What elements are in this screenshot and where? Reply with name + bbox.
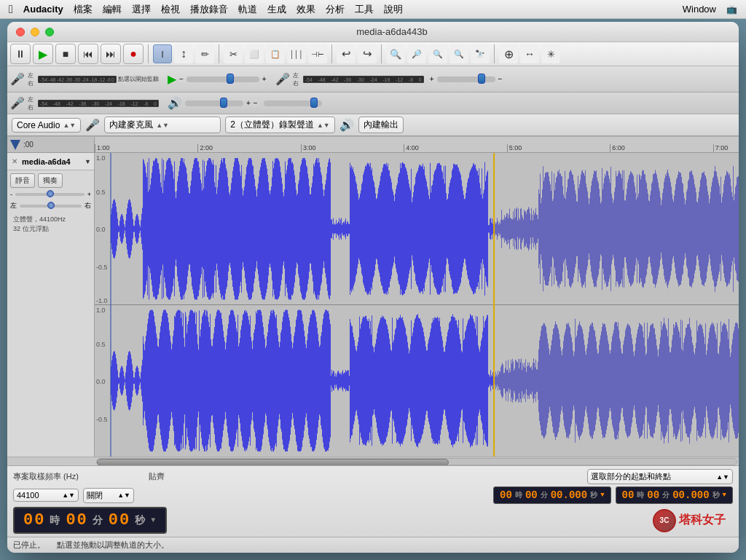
menu-playrecord[interactable]: 播放錄音 — [190, 3, 228, 16]
silence-tool[interactable]: │││ — [287, 44, 306, 63]
minimize-button[interactable] — [31, 28, 39, 36]
end-hh: 00 — [622, 489, 635, 501]
input-device-value: 內建麥克風 — [109, 119, 153, 131]
time-zero: :00 — [23, 141, 34, 149]
spkr-icon: 🔊 — [168, 96, 182, 110]
track-dropdown-button[interactable]: ▼ — [85, 158, 91, 165]
input-channels-value: 2（立體聲）錄製聲道 — [230, 119, 314, 131]
stop-button[interactable]: ■ — [55, 44, 76, 64]
selection-tool[interactable]: I — [153, 44, 172, 63]
mic-icon-2: 🎤 — [10, 96, 25, 110]
draw-tool[interactable]: ✏ — [195, 44, 214, 63]
spkr-volume-plus: + — [246, 99, 251, 107]
click-monitor-text[interactable]: 點選以開始監聽 — [118, 75, 159, 83]
app-name[interactable]: Audacity — [23, 4, 63, 15]
track-close-button[interactable]: ✕ — [10, 157, 19, 166]
end-dropdown[interactable]: ▼ — [723, 492, 726, 499]
menu-help[interactable]: 說明 — [384, 3, 403, 16]
sample-rate-value: 44100 — [17, 491, 39, 500]
record-volume-slider[interactable] — [478, 74, 485, 84]
track-pan-slider[interactable] — [20, 205, 82, 208]
input-device-select[interactable]: 內建麥克風 ▲▼ — [104, 117, 221, 133]
redo-button[interactable]: ↪ — [358, 44, 377, 63]
start-ss: 00.000 — [551, 489, 587, 501]
track-volume-slider[interactable] — [15, 193, 85, 196]
snap-value: 關閉 — [87, 490, 103, 501]
meter-lr-label-1: 左右 — [28, 71, 36, 87]
spkr-volume-minus: − — [254, 99, 258, 107]
menu-window[interactable]: Window — [683, 4, 716, 15]
snap-label: 貼齊 — [149, 471, 165, 482]
multitool[interactable]: ✳ — [541, 44, 560, 63]
paste-tool[interactable]: 📋 — [266, 44, 285, 63]
ruler-mark-2: 3:00 — [301, 144, 316, 152]
apple-menu[interactable]:  — [9, 3, 13, 16]
volume-minus-track: - — [10, 191, 12, 198]
horizontal-scrollbar[interactable] — [7, 457, 739, 465]
close-button[interactable] — [16, 28, 25, 36]
maximize-button[interactable] — [45, 28, 54, 36]
input-device-chevron: ▲▼ — [156, 122, 169, 129]
playhead-triangle[interactable] — [10, 140, 20, 150]
waveform-canvas[interactable] — [95, 153, 739, 457]
menu-analyze[interactable]: 分析 — [326, 3, 345, 16]
copy-tool[interactable]: ⬜ — [245, 44, 264, 63]
big-mm: 00 — [66, 511, 87, 529]
playback-volume-slider[interactable] — [227, 74, 234, 84]
trim-tool[interactable]: ⊣⊢ — [308, 44, 327, 63]
zoom-in-button[interactable]: 🔍 — [386, 44, 405, 63]
mute-button[interactable]: 靜音 — [10, 173, 35, 188]
zoom-out-button[interactable]: 🔎 — [407, 44, 426, 63]
track-name: media-a6da4 — [22, 157, 82, 166]
track-info: 立體聲，44100Hz32 位元浮點 — [10, 213, 91, 234]
menu-generate[interactable]: 生成 — [267, 3, 286, 16]
output-device-select[interactable]: 內建輸出 — [358, 117, 404, 133]
menu-tools[interactable]: 工具 — [355, 3, 374, 16]
output-slider-2[interactable] — [310, 98, 318, 108]
fit-selection-button[interactable]: 🔍 — [449, 44, 468, 63]
play-button[interactable]: ▶ — [33, 44, 53, 64]
pan-right-label: 右 — [85, 201, 91, 210]
record-button[interactable]: ● — [123, 44, 144, 64]
cut-tool[interactable]: ✂ — [224, 44, 243, 63]
end-ss: 00.000 — [672, 489, 709, 501]
snap-select[interactable]: 關閉 ▲▼ — [83, 488, 134, 503]
input-channels-select[interactable]: 2（立體聲）錄製聲道 ▲▼ — [225, 117, 335, 133]
audio-host-select[interactable]: Core Audio ▲▼ — [12, 118, 81, 133]
ruler-mark-0: 1:00 — [95, 144, 110, 152]
watermark-badge: 3C — [660, 516, 670, 524]
menu-select[interactable]: 選擇 — [132, 3, 151, 16]
waveform-display[interactable] — [95, 153, 739, 457]
sample-rate-select[interactable]: 44100 ▲▼ — [13, 489, 79, 502]
undo-button[interactable]: ↩ — [337, 44, 356, 63]
selection-mode-select[interactable]: 選取部分的起點和終點 ▲▼ — [587, 469, 733, 484]
menu-view[interactable]: 檢視 — [161, 3, 180, 16]
pause-button[interactable]: ⏸ — [10, 44, 31, 64]
record-volume-plus: − — [498, 75, 503, 83]
record-mic-icon: 🎤 — [275, 72, 290, 86]
solo-button[interactable]: 獨奏 — [38, 173, 63, 188]
toolbar-divider-1 — [148, 44, 149, 63]
output-volume-slider[interactable] — [220, 98, 227, 108]
big-time-dropdown[interactable]: ▼ — [151, 516, 157, 524]
record-volume-minus: + — [430, 75, 434, 83]
lr-label-3: 左右 — [28, 95, 36, 111]
snap-chevron: ▲▼ — [117, 492, 130, 499]
fit-project-button[interactable]: 🔍 — [428, 44, 447, 63]
end-mm: 00 — [647, 489, 659, 501]
audio-host-value: Core Audio — [17, 120, 60, 130]
magnify-tool[interactable]: ⊕ — [499, 44, 518, 63]
zoom-toggle-button[interactable]: 🔭 — [471, 44, 490, 63]
envelope-tool[interactable]: ↕ — [174, 44, 193, 63]
skip-fwd-button[interactable]: ⏭ — [101, 44, 121, 64]
menu-effect[interactable]: 效果 — [297, 3, 315, 16]
menu-track[interactable]: 軌道 — [238, 3, 257, 16]
menu-file[interactable]: 檔案 — [74, 3, 93, 16]
menu-edit[interactable]: 編輯 — [103, 3, 122, 16]
selection-end-time: 00 時 00 分 00.000 秒 ▼ — [616, 486, 733, 504]
ruler-mark-5: 6:00 — [610, 144, 625, 152]
skip-back-button[interactable]: ⏮ — [78, 44, 98, 64]
expand-tool[interactable]: ↔ — [520, 44, 539, 63]
pan-left-label: 左 — [10, 201, 17, 210]
start-dropdown[interactable]: ▼ — [600, 492, 604, 499]
